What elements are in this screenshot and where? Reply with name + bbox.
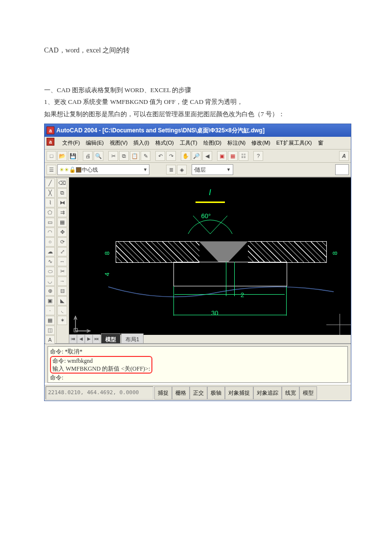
layer-manager-icon[interactable]: ☰ <box>47 165 56 175</box>
explode-icon[interactable]: ✶ <box>57 316 67 325</box>
model-toggle[interactable]: 模型 <box>299 386 317 400</box>
snap-toggle[interactable]: 捕捉 <box>154 386 172 400</box>
insert-icon[interactable]: ⊕ <box>45 286 55 296</box>
zoom-icon[interactable]: 🔎 <box>192 151 201 161</box>
window-title: AutoCAD 2004 - [C:\Documents and Setting… <box>56 125 265 136</box>
menu-file[interactable]: 文件(F) <box>62 138 80 148</box>
crosshair <box>340 314 340 335</box>
layer-state-icon[interactable]: ◈ <box>177 165 187 175</box>
props-icon[interactable]: ▣ <box>217 151 227 161</box>
rotate-icon[interactable]: ⟳ <box>57 237 67 247</box>
ortho-toggle[interactable]: 正交 <box>190 386 207 400</box>
cut-icon[interactable]: ✂ <box>108 151 118 161</box>
lwt-toggle[interactable]: 线宽 <box>282 386 299 400</box>
fillet-icon[interactable]: ◟ <box>57 306 67 315</box>
block-icon[interactable]: ▣ <box>45 296 55 305</box>
region-icon[interactable]: ◫ <box>45 326 55 335</box>
drawing-canvas[interactable]: I 60° <box>69 177 351 343</box>
text-a-icon[interactable]: A <box>339 151 349 161</box>
dim-30: 30 <box>211 307 218 320</box>
save-icon[interactable]: 💾 <box>68 151 78 161</box>
menu-window[interactable]: 窗 <box>318 138 323 148</box>
dcenter-icon[interactable]: ▦ <box>228 151 238 161</box>
command-window: 命令: *取消* 命令: wmfbkgnd 输入 WMFBKGND 的新值 <关… <box>45 344 351 383</box>
chevron-down-icon <box>226 166 231 174</box>
layer-prev-icon[interactable]: ≣ <box>166 165 176 175</box>
hatch-icon[interactable]: ▦ <box>45 316 55 325</box>
break-icon[interactable]: ⊟ <box>57 286 67 296</box>
osnap-toggle[interactable]: 对象捕捉 <box>225 386 253 400</box>
offset-icon[interactable]: ⇉ <box>57 208 67 217</box>
polar-toggle[interactable]: 极轴 <box>207 386 225 400</box>
move-icon[interactable]: ✥ <box>57 227 67 237</box>
scale-icon[interactable]: ⤢ <box>57 247 67 256</box>
menu-modify[interactable]: 修改(M) <box>251 138 270 148</box>
ltype-dropdown[interactable] <box>335 164 349 175</box>
rect-icon[interactable]: ▭ <box>45 218 55 227</box>
revcloud-icon[interactable]: ☁ <box>45 247 55 256</box>
new-icon[interactable]: □ <box>47 151 56 161</box>
match-icon[interactable]: ✎ <box>141 151 150 161</box>
menu-dim[interactable]: 标注(N) <box>227 138 245 148</box>
menu-draw[interactable]: 绘图(D) <box>203 138 221 148</box>
preview-icon[interactable]: 🔍 <box>94 151 103 161</box>
menu-format[interactable]: 格式(O) <box>155 138 174 148</box>
layout-tabs: ⏮ ◀ ▶ ⏭ 模型 布局1 <box>69 335 351 343</box>
open-icon[interactable]: 📂 <box>57 151 67 161</box>
line-icon[interactable]: ╱ <box>45 178 55 188</box>
menu-insert[interactable]: 插入(I) <box>133 138 149 148</box>
dim-4-left: 4 <box>101 273 114 276</box>
stretch-icon[interactable]: ↔ <box>57 257 67 266</box>
array-icon[interactable]: ▦ <box>57 218 67 227</box>
ucs-icon <box>73 314 93 333</box>
ellipse-arc-icon[interactable]: ◡ <box>45 277 55 286</box>
polygon-icon[interactable]: ⬠ <box>45 208 55 217</box>
tab-layout1[interactable]: 布局1 <box>121 333 144 343</box>
extend-icon[interactable]: → <box>57 277 67 286</box>
copy-obj-icon[interactable]: ⧉ <box>57 188 67 198</box>
zoom-prev-icon[interactable]: ◀ <box>202 151 212 161</box>
trim-icon[interactable]: ✂ <box>57 267 67 276</box>
menu-view[interactable]: 视图(V) <box>110 138 128 148</box>
tab-model[interactable]: 模型 <box>101 333 121 343</box>
ellipse-icon[interactable]: ⬭ <box>45 267 55 276</box>
redo-icon[interactable]: ↷ <box>166 151 176 161</box>
tab-last-icon[interactable]: ⏭ <box>93 334 100 343</box>
doc-title: CAD，word，excel 之间的转 <box>44 44 353 57</box>
color-dropdown[interactable]: 随层 <box>192 164 233 175</box>
paste-icon[interactable]: 📋 <box>130 151 140 161</box>
crosshair <box>326 325 351 325</box>
chamfer-icon[interactable]: ◣ <box>57 296 67 305</box>
mirror-icon[interactable]: ⧓ <box>57 198 67 207</box>
angle-dimension: 60° <box>181 212 240 240</box>
tab-next-icon[interactable]: ▶ <box>85 334 93 343</box>
spline-icon[interactable]: ∿ <box>45 257 55 266</box>
doc-icon: a <box>47 138 54 146</box>
layer-dropdown[interactable]: ☀ ☀ 🔓 中心线 <box>57 164 149 175</box>
color-label: 随层 <box>195 165 206 175</box>
section-drawing: 8 8 4 2 30 <box>116 241 326 288</box>
window-titlebar: a AutoCAD 2004 - [C:\Documents and Setti… <box>45 124 351 137</box>
print-icon[interactable]: 🖨 <box>83 151 93 161</box>
menu-et[interactable]: ET扩展工具(X) <box>276 138 312 148</box>
help-icon[interactable]: ? <box>253 151 263 161</box>
tool-palette-icon[interactable]: ☷ <box>239 151 248 161</box>
pan-icon[interactable]: ✋ <box>181 151 191 161</box>
xline-icon[interactable]: ╳ <box>45 188 55 198</box>
grid-toggle[interactable]: 栅格 <box>172 386 190 400</box>
otrack-toggle[interactable]: 对象追踪 <box>253 386 282 400</box>
tab-prev-icon[interactable]: ◀ <box>77 334 85 343</box>
undo-icon[interactable]: ↶ <box>155 151 165 161</box>
pline-icon[interactable]: ⌇ <box>45 198 55 207</box>
circle-icon[interactable]: ○ <box>45 237 55 247</box>
paragraph-1: 一、CAD 图形或表格复制到 WORD、EXCEL 的步骤 <box>44 84 353 97</box>
layer-toolbar: ☰ ☀ ☀ 🔓 中心线 ≣ ◈ 随层 <box>45 163 351 177</box>
copy-icon[interactable]: ⧉ <box>119 151 129 161</box>
menu-edit[interactable]: 编辑(E) <box>86 138 104 148</box>
erase-icon[interactable]: ⌫ <box>57 178 67 188</box>
arc-icon[interactable]: ◠ <box>45 227 55 237</box>
point-icon[interactable]: · <box>45 306 55 315</box>
menu-tools[interactable]: 工具(T) <box>180 138 197 148</box>
command-text[interactable]: 命令: *取消* 命令: wmfbkgnd 输入 WMFBKGND 的新值 <关… <box>48 346 348 383</box>
tab-first-icon[interactable]: ⏮ <box>69 334 77 343</box>
